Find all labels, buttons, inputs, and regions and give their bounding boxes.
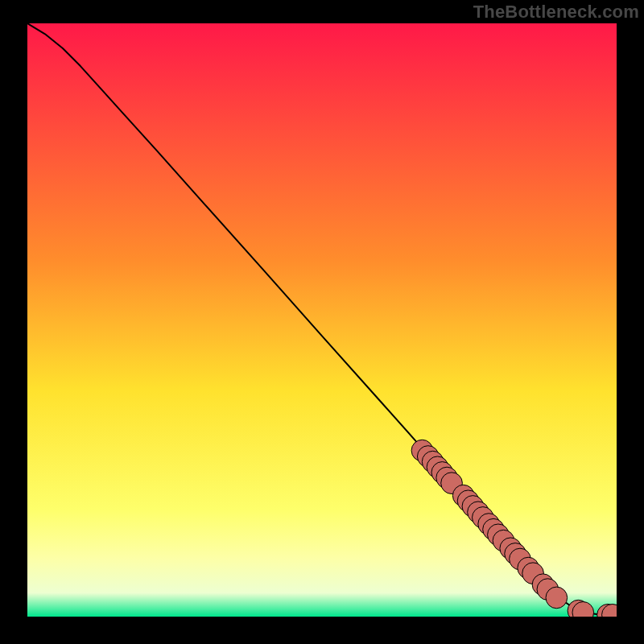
plot-area <box>27 23 617 617</box>
chart-frame: TheBottleneck.com <box>0 0 644 644</box>
chart-svg <box>27 23 617 617</box>
gradient-background <box>27 23 617 617</box>
watermark-text: TheBottleneck.com <box>473 2 639 23</box>
data-dot <box>546 587 568 609</box>
